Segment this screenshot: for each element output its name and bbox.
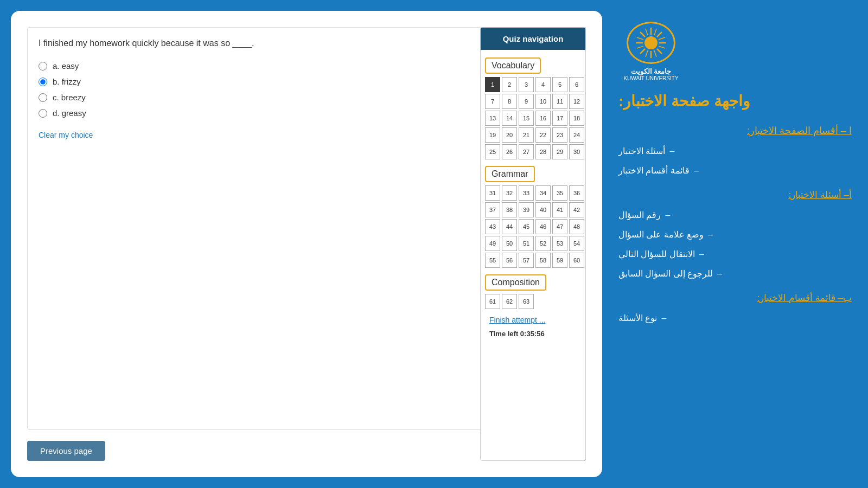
num-btn-49[interactable]: 49 — [485, 236, 500, 251]
sub-bullet-text-4: للرجوع إلى السؤال السابق — [618, 265, 713, 282]
num-btn-31[interactable]: 31 — [485, 185, 500, 201]
sub-bullet-1: رقم السؤال — [618, 207, 852, 224]
num-btn-6[interactable]: 6 — [569, 77, 584, 92]
logo-emblem — [632, 24, 670, 62]
sub-bullet-text-3: الانتقال للسؤال التالي — [618, 246, 695, 263]
clear-choice-button[interactable]: Clear my choice — [39, 131, 93, 139]
num-btn-39[interactable]: 39 — [519, 202, 534, 217]
num-btn-20[interactable]: 20 — [502, 127, 517, 143]
num-btn-17[interactable]: 17 — [552, 111, 567, 126]
num-btn-22[interactable]: 22 — [535, 127, 551, 143]
finish-attempt-link[interactable]: Finish attempt ... — [485, 312, 581, 328]
num-btn-40[interactable]: 40 — [535, 202, 551, 217]
num-btn-2[interactable]: 2 — [502, 77, 517, 92]
num-btn-34[interactable]: 34 — [535, 185, 551, 201]
svg-line-6 — [657, 49, 662, 54]
num-btn-27[interactable]: 27 — [519, 144, 534, 159]
ku-logo: جامعة الكويت KUWAIT UNIVERSITY — [618, 22, 684, 81]
num-btn-7[interactable]: 7 — [485, 94, 500, 109]
option-b[interactable]: b. frizzy — [39, 77, 499, 86]
num-btn-15[interactable]: 15 — [519, 111, 534, 126]
num-btn-25[interactable]: 25 — [485, 144, 500, 159]
label-c[interactable]: c. breezy — [53, 93, 86, 102]
num-btn-63[interactable]: 63 — [519, 294, 534, 309]
num-btn-48[interactable]: 48 — [569, 219, 584, 234]
svg-line-8 — [640, 49, 645, 54]
num-btn-55[interactable]: 55 — [485, 253, 500, 268]
num-btn-9[interactable]: 9 — [519, 94, 534, 109]
num-btn-47[interactable]: 47 — [552, 219, 567, 234]
sub-bullet-b-1: نوع الأسئلة — [618, 310, 852, 327]
num-btn-13[interactable]: 13 — [485, 111, 500, 126]
num-btn-50[interactable]: 50 — [502, 236, 517, 251]
bullet-item-1: أسئلة الاختبار — [618, 143, 852, 160]
radio-b[interactable] — [39, 78, 47, 86]
num-btn-59[interactable]: 59 — [552, 253, 567, 268]
num-btn-8[interactable]: 8 — [502, 94, 517, 109]
num-btn-35[interactable]: 35 — [552, 185, 567, 201]
option-c[interactable]: c. breezy — [39, 93, 499, 102]
num-btn-56[interactable]: 56 — [502, 253, 517, 268]
num-btn-19[interactable]: 19 — [485, 127, 500, 143]
svg-line-5 — [640, 32, 645, 37]
num-btn-16[interactable]: 16 — [535, 111, 551, 126]
num-btn-29[interactable]: 29 — [552, 144, 567, 159]
num-btn-5[interactable]: 5 — [552, 77, 567, 92]
num-btn-28[interactable]: 28 — [535, 144, 551, 159]
num-btn-52[interactable]: 52 — [535, 236, 551, 251]
num-btn-23[interactable]: 23 — [552, 127, 567, 143]
num-btn-57[interactable]: 57 — [519, 253, 534, 268]
num-btn-37[interactable]: 37 — [485, 202, 500, 217]
num-btn-44[interactable]: 44 — [502, 219, 517, 234]
radio-a[interactable] — [39, 62, 47, 70]
num-btn-62[interactable]: 62 — [502, 294, 517, 309]
composition-grid: 61 62 63 — [485, 294, 581, 309]
bullet-item-2: قائمة أقسام الاختبار — [618, 162, 852, 179]
num-btn-38[interactable]: 38 — [502, 202, 517, 217]
num-btn-45[interactable]: 45 — [519, 219, 534, 234]
num-btn-4[interactable]: 4 — [535, 77, 551, 92]
num-btn-33[interactable]: 33 — [519, 185, 534, 201]
num-btn-1[interactable]: 1 — [485, 77, 500, 92]
label-a[interactable]: a. easy — [53, 61, 79, 70]
time-left: Time left 0:35:56 — [485, 328, 581, 342]
num-btn-51[interactable]: 51 — [519, 236, 534, 251]
num-btn-58[interactable]: 58 — [535, 253, 551, 268]
quiz-container: I finished my homework quickly because i… — [11, 11, 602, 477]
num-btn-61[interactable]: 61 — [485, 294, 500, 309]
sub-bullet-text-2: وضع علامة على السؤال — [618, 226, 704, 243]
num-btn-36[interactable]: 36 — [569, 185, 584, 201]
num-btn-30[interactable]: 30 — [569, 144, 584, 159]
radio-d[interactable] — [39, 109, 47, 118]
vocabulary-label: Vocabulary — [485, 57, 541, 74]
option-d[interactable]: d. greasy — [39, 108, 499, 118]
composition-section: Composition 61 62 63 — [485, 271, 581, 309]
options-list: a. easy b. frizzy c. breezy d. greasy — [39, 61, 499, 118]
radio-c[interactable] — [39, 93, 47, 102]
sub-bullet-b-text-1: نوع الأسئلة — [618, 310, 657, 327]
num-btn-60[interactable]: 60 — [569, 253, 584, 268]
num-btn-54[interactable]: 54 — [569, 236, 584, 251]
num-btn-42[interactable]: 42 — [569, 202, 584, 217]
num-btn-10[interactable]: 10 — [535, 94, 551, 109]
num-btn-18[interactable]: 18 — [569, 111, 584, 126]
option-a[interactable]: a. easy — [39, 61, 499, 70]
num-btn-43[interactable]: 43 — [485, 219, 500, 234]
num-btn-21[interactable]: 21 — [519, 127, 534, 143]
label-b[interactable]: b. frizzy — [53, 77, 81, 86]
num-btn-46[interactable]: 46 — [535, 219, 551, 234]
grammar-grid: 31 32 33 34 35 36 37 38 39 40 41 42 43 4… — [485, 185, 581, 268]
num-btn-12[interactable]: 12 — [569, 94, 584, 109]
quiz-nav-body: Vocabulary 1 2 3 4 5 6 7 8 9 10 11 12 13… — [481, 50, 585, 460]
num-btn-11[interactable]: 11 — [552, 94, 567, 109]
label-d[interactable]: d. greasy — [53, 108, 86, 118]
num-btn-53[interactable]: 53 — [552, 236, 567, 251]
num-btn-14[interactable]: 14 — [502, 111, 517, 126]
num-btn-24[interactable]: 24 — [569, 127, 584, 143]
num-btn-26[interactable]: 26 — [502, 144, 517, 159]
num-btn-3[interactable]: 3 — [519, 77, 534, 92]
num-btn-41[interactable]: 41 — [552, 202, 567, 217]
num-btn-32[interactable]: 32 — [502, 185, 517, 201]
prev-page-button[interactable]: Previous page — [27, 441, 105, 461]
time-left-value: 0:35:56 — [520, 330, 545, 338]
